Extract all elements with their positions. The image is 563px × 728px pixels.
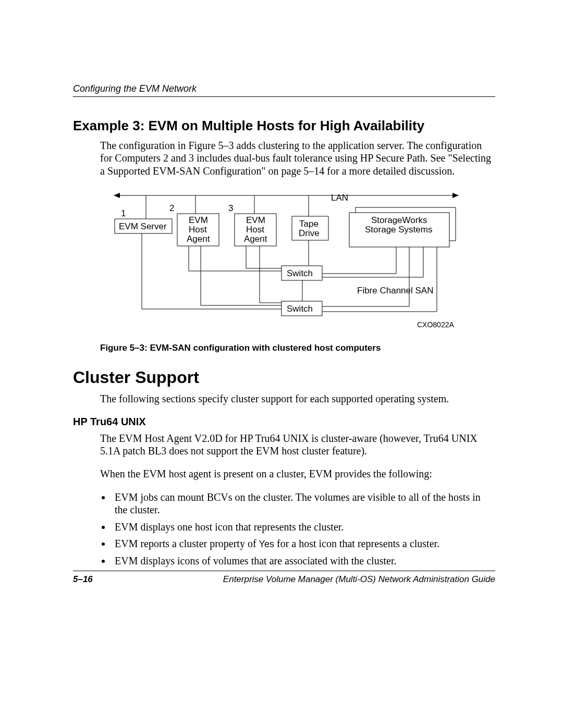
bullet-3-yes: Yes	[259, 539, 274, 549]
bullet-3-b: for a host icon that represents a cluste…	[274, 538, 439, 549]
page: Configuring the EVM Network Example 3: E…	[0, 0, 563, 728]
lan-label: LAN	[331, 193, 348, 203]
host-agent-3-l2: Host	[246, 225, 264, 235]
index-1: 1	[121, 208, 126, 218]
tru64-p2: When the EVM host agent is present on a …	[100, 467, 495, 480]
running-header: Configuring the EVM Network	[73, 83, 495, 94]
bullet-3: EVM reports a cluster property of Yes fo…	[112, 537, 495, 550]
diagram-svg: LAN 1 2 3 EVM Server EVM Host Agent EVM …	[109, 188, 464, 334]
tru64-bullets: EVM jobs can mount BCVs on the cluster. …	[100, 491, 495, 567]
page-number: 5–16	[73, 574, 93, 585]
switch-1: Switch	[287, 268, 313, 278]
switch-2: Switch	[287, 304, 313, 314]
tru64-heading: HP Tru64 UNIX	[73, 416, 495, 428]
tru64-p1: The EVM Host Agent V2.0D for HP Tru64 UN…	[100, 432, 495, 458]
index-2: 2	[169, 203, 174, 213]
footer-title: Enterprise Volume Manager (Multi-OS) Net…	[223, 574, 495, 585]
tape-l1: Tape	[299, 219, 319, 229]
host-agent-2-l2: Host	[189, 225, 207, 235]
tape-l2: Drive	[299, 228, 320, 238]
bullet-4: EVM displays icons of volumes that are a…	[112, 554, 495, 567]
cluster-intro: The following sections specify cluster s…	[100, 392, 495, 405]
figure-5-3: LAN 1 2 3 EVM Server EVM Host Agent EVM …	[109, 188, 495, 336]
host-agent-2-l1: EVM	[189, 215, 208, 225]
svg-marker-2	[452, 193, 459, 198]
figure-caption: Figure 5–3: EVM-SAN configuration with c…	[100, 343, 495, 353]
svg-marker-1	[114, 193, 120, 198]
bullet-2: EVM displays one host icon that represen…	[112, 521, 495, 533]
header-rule	[73, 96, 495, 97]
host-agent-3-l3: Agent	[244, 234, 267, 244]
storage-l1: StorageWorks	[371, 215, 427, 225]
example-paragraph: The configuration in Figure 5–3 adds clu…	[100, 139, 495, 177]
footer-rule	[73, 571, 495, 571]
footer: 5–16 Enterprise Volume Manager (Multi-OS…	[73, 571, 495, 585]
host-agent-2-l3: Agent	[187, 234, 210, 244]
diagram-code: CXO8022A	[417, 320, 454, 329]
fibre-channel-label: Fibre Channel SAN	[357, 286, 433, 295]
bullet-1: EVM jobs can mount BCVs on the cluster. …	[112, 491, 495, 516]
example-heading: Example 3: EVM on Multiple Hosts for Hig…	[73, 118, 495, 134]
host-agent-3-l1: EVM	[246, 215, 265, 225]
storage-l2: Storage Systems	[365, 225, 432, 235]
evm-server-box: EVM Server	[119, 221, 167, 231]
cluster-support-heading: Cluster Support	[73, 368, 495, 387]
index-3: 3	[228, 203, 233, 213]
bullet-3-a: EVM reports a cluster property of	[115, 538, 259, 549]
